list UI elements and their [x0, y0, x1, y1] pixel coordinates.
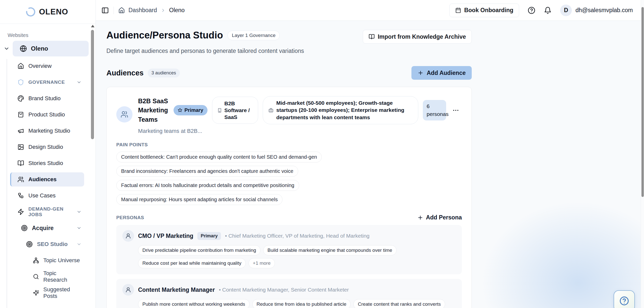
audience-market-pill: Mid-market (50-500 employees); Growth-st… — [263, 96, 419, 124]
app-window: OLENO Websites Oleno Overview GOVER — [0, 0, 644, 308]
sidebar-section-demand-gen-jobs[interactable]: DEMAND-GEN JOBS — [10, 205, 84, 219]
goal-pill: Create content that ranks and converts — [353, 299, 445, 308]
audience-name: B2B SaaS Marketing Teams — [138, 96, 169, 124]
goal-pill: Reduce cost per lead while maintaining q… — [138, 258, 246, 268]
briefcase-icon — [269, 108, 273, 113]
page-scrollbar-thumb[interactable] — [641, 7, 644, 197]
help-circle-icon — [619, 296, 630, 306]
import-from-knowledge-archive-button[interactable]: Import from Knowledge Archive — [363, 30, 472, 44]
plus-icon — [417, 215, 423, 221]
sidebar-scrollbar-thumb[interactable] — [91, 30, 94, 139]
plus-icon — [418, 70, 424, 76]
sidebar-item-audiences[interactable]: Audiences — [10, 172, 84, 187]
globe-icon — [20, 45, 27, 52]
book-open-icon — [369, 34, 375, 40]
goal-pill: Build scalable marketing engine that com… — [263, 245, 396, 255]
sidebar-item-topic-research[interactable]: Topic Research — [10, 270, 84, 284]
search-icon — [33, 274, 39, 280]
logo: OLENO — [0, 0, 96, 24]
help-fab-button[interactable] — [614, 290, 635, 308]
pain-point-pill: Brand inconsistency: Freelancers and age… — [116, 166, 298, 177]
chevron-down-icon — [77, 209, 82, 214]
home-icon — [17, 63, 24, 69]
notifications-button[interactable] — [544, 7, 552, 14]
topbar: Dashboard Oleno Book Onboarding D dh@sal… — [96, 0, 644, 21]
add-persona-label: Add Persona — [426, 214, 462, 221]
sidebar-item-seo-studio[interactable]: SEO Studio — [10, 237, 84, 251]
sidebar-toggle-button[interactable] — [101, 7, 109, 14]
sidebar-item-label: DEMAND-GEN JOBS — [28, 206, 72, 217]
add-audience-button[interactable]: Add Audience — [411, 66, 472, 80]
megaphone-icon — [17, 128, 24, 134]
users-icon — [17, 176, 24, 183]
sidebar-item-suggested-posts[interactable]: Suggested Posts — [10, 286, 84, 300]
book-onboarding-button[interactable]: Book Onboarding — [449, 4, 519, 17]
pain-point-pill: Factual errors: AI tools hallucinate pro… — [116, 180, 299, 191]
user-icon — [125, 287, 131, 293]
audiences-count-badge: 3 audiences — [148, 69, 180, 77]
more-goals-pill[interactable]: +1 more — [249, 258, 275, 268]
sidebar-item-label: Brand Studio — [28, 95, 61, 102]
persona-primary-badge: Primary — [197, 232, 221, 240]
primary-badge-label: Primary — [184, 107, 203, 113]
persona-goals: Drive predictable pipeline contribution … — [138, 245, 456, 268]
sidebar-item-label: Suggested Posts — [43, 286, 82, 299]
sidebar-site-label: Oleno — [31, 45, 48, 52]
target-icon — [26, 241, 33, 248]
sidebar-section-governance[interactable]: GOVERNANCE — [10, 75, 84, 89]
sidebar-item-label: Acquire — [32, 225, 54, 232]
sidebar-item-topic-universe[interactable]: Topic Universe — [10, 253, 84, 268]
user-menu[interactable]: D dh@salesmvplab.com — [560, 5, 633, 16]
scroll-up-arrow[interactable] — [91, 25, 94, 27]
page-scrollbar[interactable] — [641, 0, 644, 308]
governance-layer-badge: Layer 1 Governance — [228, 31, 280, 40]
persona-name: CMO / VP Marketing — [138, 233, 193, 239]
sidebar-item-design-studio[interactable]: Design Studio — [10, 140, 84, 154]
help-circle-icon — [528, 7, 535, 14]
ellipsis-icon — [452, 107, 459, 114]
breadcrumb: Dashboard Oleno — [118, 7, 185, 14]
sidebar-item-use-cases[interactable]: Use Cases — [10, 189, 84, 203]
pain-points-list: Content bottleneck: Can't produce enough… — [116, 152, 462, 205]
industry-label: B2B Software / SaaS — [224, 100, 253, 121]
sidebar-item-label: Stories Studio — [28, 160, 63, 167]
personas-count-badge: 6 personas — [423, 100, 446, 120]
pain-point-pill: Content bottleneck: Can't produce enough… — [116, 152, 322, 162]
sidebar-item-label: Topic Universe — [43, 257, 80, 264]
help-button[interactable] — [528, 7, 535, 14]
audiences-heading: Audiences — [106, 69, 144, 77]
users-icon — [121, 111, 128, 118]
sidebar-item-acquire[interactable]: Acquire — [10, 221, 84, 235]
sidebar-site-oleno[interactable]: Oleno — [13, 41, 89, 56]
sidebar-item-label: Audiences — [28, 176, 56, 183]
pain-point-pill: Manual repurposing: Hours spent adapting… — [116, 194, 282, 205]
sidebar-item-label: Marketing Studio — [28, 128, 70, 134]
bell-icon — [544, 7, 552, 14]
audience-primary-badge: Primary — [174, 105, 207, 115]
sidebar-item-marketing-studio[interactable]: Marketing Studio — [10, 124, 84, 138]
persona-row[interactable]: Content Marketing Manager • Content Mark… — [116, 279, 462, 308]
target-icon — [21, 225, 28, 231]
persona-row[interactable]: CMO / VP Marketing Primary • Chief Marke… — [116, 225, 462, 274]
image-icon — [17, 144, 24, 150]
goal-pill: Publish more content without working wee… — [138, 299, 250, 308]
book-open-icon — [17, 160, 24, 167]
personas-label: PERSONAS — [116, 215, 144, 220]
persona-meta: • Content Marketing Manager, Senior Cont… — [219, 287, 349, 293]
sidebar-item-overview[interactable]: Overview — [10, 59, 84, 73]
sidebar-item-label: GOVERNANCE — [28, 79, 65, 85]
audience-menu-button[interactable] — [451, 105, 461, 115]
home-icon[interactable] — [118, 7, 125, 14]
chevron-down-icon[interactable] — [4, 46, 10, 52]
audience-avatar — [116, 106, 132, 122]
sidebar-item-brand-studio[interactable]: Brand Studio — [10, 91, 84, 106]
breadcrumb-dashboard[interactable]: Dashboard — [128, 7, 157, 14]
sidebar-item-product-studio[interactable]: Product Studio — [10, 108, 84, 122]
market-label: Mid-market (50-500 employees); Growth-st… — [276, 99, 413, 121]
sidebar-scrollbar[interactable] — [91, 25, 94, 139]
audience-card: B2B SaaS Marketing Teams Primary B2B Sof… — [106, 87, 472, 308]
sidebar-section-label: Websites — [8, 32, 96, 38]
sidebar-item-stories-studio[interactable]: Stories Studio — [10, 156, 84, 170]
sparkles-icon — [33, 290, 39, 296]
add-persona-button[interactable]: Add Persona — [417, 214, 462, 221]
